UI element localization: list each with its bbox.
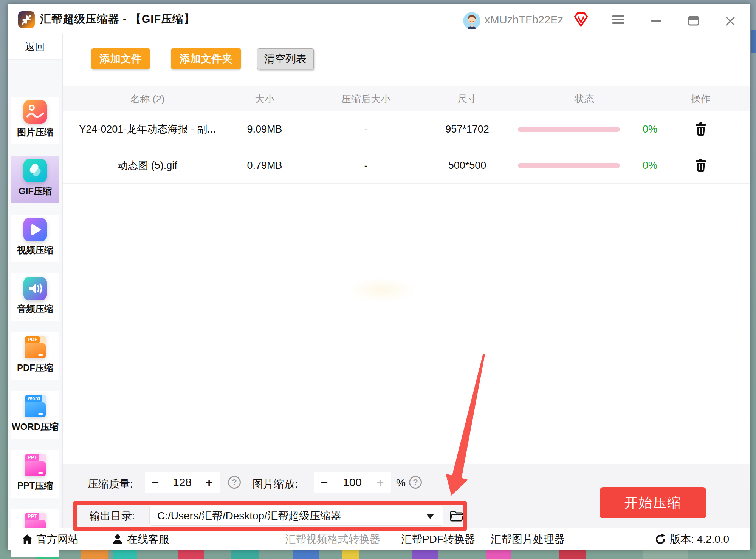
- pdf-converter-link[interactable]: 汇帮PDF转换器: [401, 528, 475, 550]
- sidebar-item-pdf-compress[interactable]: PDF PDF压缩: [11, 332, 59, 380]
- progress-percent: 0%: [643, 111, 657, 147]
- excel-tag: PPT: [25, 513, 39, 520]
- sidebar-item-label: WORD压缩: [12, 421, 59, 433]
- sidebar-item-label: 音频压缩: [17, 303, 53, 315]
- vip-badge-icon[interactable]: [574, 12, 588, 27]
- quality-stepper: − 128 +: [145, 472, 220, 493]
- quality-help-icon[interactable]: ?: [228, 476, 241, 489]
- ppt-compress-icon: PPT: [23, 454, 47, 477]
- progress-bar: [518, 127, 620, 132]
- sidebar: 返回 图片压缩 GIF压缩: [8, 34, 63, 528]
- refresh-version-icon[interactable]: [655, 534, 666, 545]
- minimize-button[interactable]: [651, 20, 662, 22]
- progress-bar: [518, 163, 620, 168]
- image-compress-icon: [23, 100, 47, 124]
- compressed-size: -: [364, 111, 368, 147]
- pdf-compress-icon: PDF: [23, 336, 47, 359]
- ppt-tag: PPT: [25, 454, 39, 461]
- online-service-link[interactable]: 在线客服: [127, 528, 169, 550]
- quality-label: 压缩质量:: [88, 477, 133, 491]
- watermark-smudge: [348, 278, 416, 302]
- sidebar-item-label: 视频压缩: [17, 244, 53, 256]
- output-dir-path: C:/Users/汇帮/Desktop/汇帮超级压缩器: [157, 506, 341, 525]
- col-header-action: 操作: [691, 86, 711, 111]
- scale-value[interactable]: 100: [335, 476, 370, 489]
- desktop-taskbar-strip: [0, 550, 756, 559]
- sidebar-item-label: PDF压缩: [17, 362, 53, 374]
- col-header-status: 状态: [575, 86, 594, 111]
- output-dir-combobox[interactable]: C:/Users/汇帮/Desktop/汇帮超级压缩器: [149, 506, 443, 526]
- col-header-name: 名称 (2): [130, 86, 165, 111]
- table-row: 动态图 (5).gif 0.79MB - 500*500 0%: [63, 147, 750, 184]
- quality-plus-button[interactable]: +: [198, 476, 220, 490]
- scale-stepper: − 100 +: [314, 472, 391, 493]
- footer: 官方网站 在线客服 汇帮视频格式转换器 汇帮PDF转换器 汇帮图片处理器 版本:…: [8, 528, 750, 550]
- start-compress-button[interactable]: 开始压缩: [600, 487, 706, 518]
- add-folder-button[interactable]: 添加文件夹: [171, 48, 241, 69]
- app-logo-icon: [18, 11, 35, 28]
- percent-sign: %: [396, 477, 406, 489]
- video-converter-link[interactable]: 汇帮视频格式转换器: [285, 528, 380, 550]
- sidebar-item-image-compress[interactable]: 图片压缩: [11, 97, 59, 144]
- add-file-button[interactable]: 添加文件: [91, 48, 150, 69]
- maximize-button[interactable]: [688, 16, 699, 26]
- video-compress-icon: [23, 218, 47, 241]
- app-window: 汇帮超级压缩器 - 【GIF压缩】 xMUzhTFb22Ez: [8, 4, 750, 550]
- quality-value[interactable]: 128: [166, 476, 198, 489]
- table-header: 名称 (2) 大小 压缩后大小 尺寸 状态 操作: [63, 86, 750, 111]
- compressed-size: -: [364, 147, 368, 184]
- scale-label: 图片缩放:: [253, 477, 298, 491]
- titlebar: 汇帮超级压缩器 - 【GIF压缩】 xMUzhTFb22Ez: [8, 4, 750, 34]
- file-name: Y24-0201-龙年动态海报 - 副...: [79, 111, 216, 147]
- quality-minus-button[interactable]: −: [145, 476, 166, 490]
- table-row: Y24-0201-龙年动态海报 - 副... 9.09MB - 957*1702…: [63, 111, 750, 147]
- image-processor-link[interactable]: 汇帮图片处理器: [491, 528, 565, 550]
- official-site-link[interactable]: 官方网站: [36, 528, 79, 550]
- scale-plus-button[interactable]: +: [370, 476, 391, 490]
- clear-list-button[interactable]: 清空列表: [257, 48, 314, 69]
- delete-icon[interactable]: [695, 122, 706, 136]
- dropdown-caret-icon[interactable]: [426, 514, 434, 519]
- desktop-icon-fragment: [751, 30, 756, 53]
- file-size: 0.79MB: [247, 147, 282, 184]
- word-tag: Word: [25, 395, 42, 402]
- progress-percent: 0%: [643, 147, 657, 184]
- pdf-tag: PDF: [25, 336, 40, 343]
- sidebar-item-video-compress[interactable]: 视频压缩: [11, 215, 59, 262]
- file-dimensions: 957*1702: [445, 111, 489, 147]
- browse-folder-icon[interactable]: [449, 508, 464, 523]
- delete-icon[interactable]: [695, 159, 706, 172]
- file-size: 9.09MB: [247, 111, 282, 147]
- customer-service-icon[interactable]: [112, 534, 123, 544]
- sidebar-item-word-compress[interactable]: Word WORD压缩: [11, 391, 59, 439]
- sidebar-item-label: GIF压缩: [19, 185, 52, 197]
- scale-help-icon[interactable]: ?: [409, 476, 422, 489]
- audio-compress-icon: [23, 277, 47, 300]
- sidebar-item-gif-compress[interactable]: GIF压缩: [11, 156, 59, 203]
- col-header-size: 大小: [255, 86, 274, 111]
- back-button[interactable]: 返回: [8, 34, 62, 60]
- col-header-compressed-size: 压缩后大小: [341, 86, 390, 111]
- close-button[interactable]: [725, 16, 735, 26]
- home-icon[interactable]: [22, 534, 33, 544]
- menu-icon[interactable]: [612, 14, 624, 26]
- scale-minus-button[interactable]: −: [314, 476, 335, 490]
- desktop: 汇帮超级压缩器 - 【GIF压缩】 xMUzhTFb22Ez: [0, 0, 756, 559]
- word-compress-icon: Word: [23, 395, 47, 418]
- user-avatar[interactable]: [463, 12, 480, 29]
- window-title: 汇帮超级压缩器 - 【GIF压缩】: [40, 4, 195, 34]
- gif-compress-icon: [23, 159, 47, 182]
- sidebar-item-label: 图片压缩: [17, 126, 53, 138]
- sidebar-item-label: PPT压缩: [17, 480, 53, 492]
- file-name: 动态图 (5).gif: [118, 147, 177, 184]
- output-dir-label: 输出目录:: [90, 506, 135, 526]
- file-dimensions: 500*500: [448, 147, 486, 184]
- sidebar-item-audio-compress[interactable]: 音频压缩: [11, 273, 59, 321]
- col-header-dimensions: 尺寸: [457, 86, 477, 111]
- sidebar-item-ppt-compress[interactable]: PPT PPT压缩: [11, 450, 59, 498]
- username-label[interactable]: xMUzhTFb22Ez: [485, 4, 563, 34]
- version-label: 版本: 4.2.0.0: [670, 528, 729, 550]
